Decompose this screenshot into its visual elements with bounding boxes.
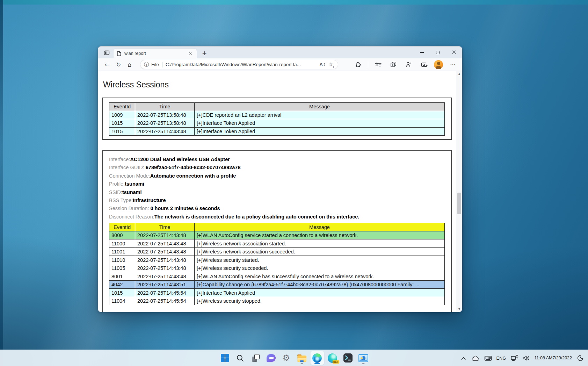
event-id-cell: 11005 bbox=[109, 264, 135, 272]
settings-menu-button[interactable]: ⋯ bbox=[447, 59, 458, 70]
terminal-button[interactable] bbox=[341, 351, 355, 365]
event-row[interactable]: 110042022-07-25T14:45:54[+]Wireless secu… bbox=[109, 297, 445, 305]
scrollbar-thumb[interactable] bbox=[457, 193, 461, 214]
file-protocol-label: File bbox=[151, 62, 159, 67]
column-header-time: Time bbox=[135, 223, 195, 231]
moon-icon bbox=[577, 355, 583, 361]
add-favorite-icon[interactable]: ☆+ bbox=[327, 61, 334, 68]
read-aloud-icon[interactable]: A bbox=[319, 62, 325, 67]
session-panel: Interface:AC1200 Dual Band Wireless USB … bbox=[102, 150, 452, 312]
session-events-table: EventIdTimeMessage80002022-07-25T14:43:4… bbox=[109, 223, 445, 305]
session-detail-line: Interface GUID: 6789f2a4-51f7-44b0-8c32-… bbox=[109, 164, 445, 172]
collections-button[interactable] bbox=[388, 59, 399, 70]
scroll-up-icon[interactable]: ▲ bbox=[456, 71, 462, 77]
touch-keyboard-button[interactable] bbox=[483, 352, 493, 365]
chat-button[interactable] bbox=[264, 351, 278, 365]
event-row[interactable]: 10092022-07-25T13:58:48[+]CDE reported a… bbox=[109, 111, 445, 119]
settings-button[interactable]: ⚙ bbox=[280, 351, 293, 365]
system-tray: ENG 11:08 AM 7/29/2022 bbox=[459, 350, 585, 366]
page-scrollbar[interactable]: ▲ ▼ bbox=[456, 71, 462, 312]
event-row[interactable]: 110052022-07-25T14:43:48[+]Wireless secu… bbox=[109, 264, 445, 272]
page-title: Wireless Sessions bbox=[103, 80, 169, 89]
onedrive-button[interactable] bbox=[471, 352, 481, 365]
new-tab-button[interactable]: + bbox=[200, 49, 209, 58]
session-detail-line: SSID:tsunami bbox=[109, 188, 445, 196]
event-message-cell: [+]CDE reported an L2 adapter arrival bbox=[195, 111, 445, 119]
event-id-cell: 1015 bbox=[109, 119, 135, 128]
event-message-cell: [+]Wireless security started. bbox=[195, 256, 445, 264]
favorites-button[interactable] bbox=[372, 59, 384, 70]
windows-start-icon bbox=[221, 354, 229, 362]
clock-date[interactable]: 11:08 AM 7/29/2022 bbox=[533, 352, 573, 365]
event-time-cell: 2022-07-25T14:43:48 bbox=[135, 239, 195, 248]
event-id-cell: 1015 bbox=[109, 127, 135, 136]
web-capture-button[interactable] bbox=[419, 59, 430, 70]
site-info-icon[interactable]: ⓘ bbox=[144, 62, 149, 68]
task-manager-icon bbox=[358, 354, 368, 362]
home-button[interactable]: ⌂ bbox=[124, 59, 135, 70]
network-button[interactable] bbox=[510, 352, 520, 365]
scroll-down-icon[interactable]: ▼ bbox=[456, 306, 462, 311]
column-header-eventid: EventId bbox=[109, 103, 135, 111]
close-button[interactable] bbox=[446, 46, 462, 58]
volume-button[interactable] bbox=[522, 352, 531, 365]
search-button[interactable] bbox=[233, 351, 247, 365]
refresh-button[interactable]: ↻ bbox=[113, 59, 124, 70]
rewards-button[interactable] bbox=[403, 59, 414, 70]
event-row[interactable]: 10152022-07-25T13:58:48[+]Interface Toke… bbox=[109, 119, 445, 128]
event-message-cell: [+]WLAN AutoConfig service started a con… bbox=[195, 231, 445, 239]
detail-value: Automatic connection with a profile bbox=[150, 173, 236, 179]
language-indicator[interactable]: ENG bbox=[495, 352, 507, 365]
edge-button[interactable] bbox=[310, 351, 324, 365]
detail-label: Session Duration: bbox=[109, 206, 150, 211]
event-time-cell: 2022-07-25T14:43:51 bbox=[135, 280, 195, 289]
tray-overflow-button[interactable] bbox=[459, 352, 468, 365]
task-view-button[interactable] bbox=[249, 351, 263, 365]
search-icon bbox=[236, 354, 244, 362]
event-message-cell: [+]Interface Token Applied bbox=[195, 119, 445, 128]
tab-actions-button[interactable] bbox=[102, 49, 111, 57]
event-row[interactable]: 110002022-07-25T14:43:48[+]Wireless netw… bbox=[109, 239, 445, 248]
wallpaper-left-band bbox=[0, 0, 3, 366]
detail-label: BSS Type: bbox=[109, 198, 133, 203]
event-row[interactable]: 110012022-07-25T14:43:48[+]Wireless netw… bbox=[109, 247, 445, 256]
page-icon bbox=[117, 51, 121, 56]
session-detail-line: Profile:tsunami bbox=[109, 180, 445, 188]
column-header-message: Message bbox=[195, 103, 445, 111]
address-bar[interactable]: ⓘ File C:/ProgramData/Microsoft/Windows/… bbox=[140, 60, 338, 69]
detail-value: 0 hours 2 minutes 6 seconds bbox=[150, 206, 220, 211]
event-row[interactable]: 80012022-07-25T14:43:48[+]WLAN AutoConfi… bbox=[109, 272, 445, 281]
task-manager-button[interactable] bbox=[356, 351, 370, 365]
active-indicator bbox=[314, 363, 320, 364]
event-row[interactable]: 10152022-07-25T14:43:48[+]Interface Toke… bbox=[109, 127, 445, 136]
edge-canary-button[interactable]: CAN bbox=[326, 351, 340, 365]
event-message-cell: [+]Wireless security succeeded. bbox=[195, 264, 445, 272]
detail-value: Infrastructure bbox=[133, 198, 166, 203]
file-explorer-button[interactable] bbox=[295, 351, 309, 365]
session-detail-line: Session Duration: 0 hours 2 minutes 6 se… bbox=[109, 204, 445, 213]
notification-center-button[interactable] bbox=[575, 352, 585, 365]
detail-label: Profile: bbox=[109, 181, 125, 187]
event-message-cell: [+]WLAN AutoConfig service has successfu… bbox=[195, 272, 445, 281]
toolbar-icons: ⋯ bbox=[353, 59, 458, 70]
maximize-button[interactable] bbox=[430, 46, 446, 58]
event-row[interactable]: 10152022-07-25T14:45:54[+]Interface Toke… bbox=[109, 289, 445, 297]
wlan-report-page: Wireless Sessions EventIdTimeMessage1009… bbox=[98, 71, 456, 312]
event-id-cell: 1015 bbox=[109, 289, 135, 297]
tab-close-icon[interactable] bbox=[187, 50, 194, 57]
start-button[interactable] bbox=[218, 351, 232, 365]
minimize-button[interactable] bbox=[414, 46, 430, 58]
event-message-cell: [+]Interface Token Applied bbox=[195, 289, 445, 297]
back-button[interactable]: ← bbox=[102, 59, 113, 70]
event-row[interactable]: 80002022-07-25T14:43:48[+]WLAN AutoConfi… bbox=[109, 231, 445, 239]
event-id-cell: 1009 bbox=[109, 111, 135, 119]
event-row[interactable]: 110102022-07-25T14:43:48[+]Wireless secu… bbox=[109, 256, 445, 264]
browser-tab[interactable]: wlan report bbox=[114, 49, 197, 58]
file-explorer-icon bbox=[297, 354, 306, 362]
tray-date: 7/29/2022 bbox=[552, 356, 572, 361]
running-indicator bbox=[300, 363, 303, 364]
event-row[interactable]: 40422022-07-25T14:43:51[+]Capability cha… bbox=[109, 280, 445, 289]
session-detail-line: Disconnect Reason:The network is disconn… bbox=[109, 213, 445, 221]
extensions-button[interactable] bbox=[353, 59, 364, 70]
profile-avatar[interactable] bbox=[434, 60, 443, 69]
